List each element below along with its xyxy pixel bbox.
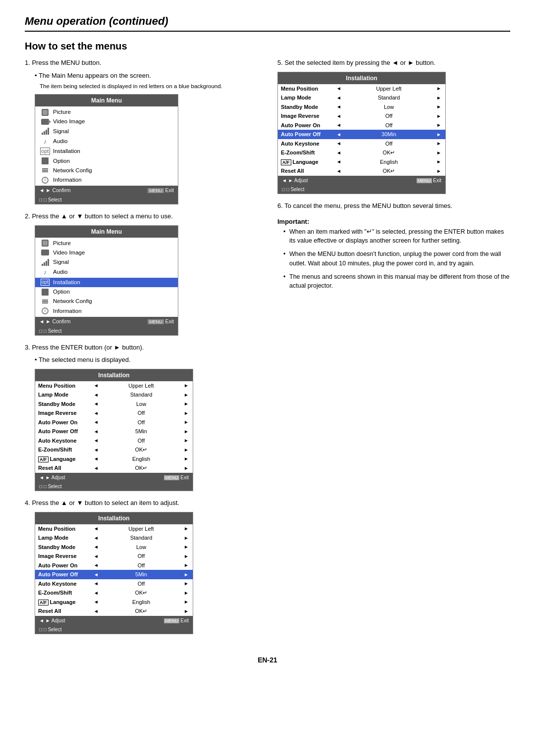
page-title: Menu operation (continued) [25,15,510,32]
menu-item-label: Network Config [51,166,174,175]
menu-item-label: Installation [51,147,174,155]
install-menu-3-title: Installation [35,369,193,381]
left-arrow-icon: ◄ [335,158,342,165]
left-arrow-icon: ◄ [93,589,100,597]
network-icon [39,168,51,172]
section-title: How to set the menus [25,41,510,52]
install-menu-4-title: Installation [35,512,193,524]
right-arrow-icon: ► [435,158,442,165]
right-arrow-icon: ► [183,598,190,605]
install-menu-5: Installation Menu Position ◄ Upper Left … [277,72,446,195]
left-arrow-icon: ◄ [93,534,100,542]
right-arrow-icon: ► [183,525,190,532]
right-arrow-icon: ► [183,400,190,407]
right-arrow-icon: ► [183,446,190,454]
install-menu-4: Installation Menu Position ◄ Upper Left … [35,512,193,635]
list-item: Menu Position ◄ Upper Left ► [35,381,193,391]
row-value: 5Min [100,427,183,436]
menu-item-label: Option [51,288,174,296]
row-value: Low [100,400,183,408]
list-item: E-Zoom/Shift ◄ OK↵ ► [35,445,193,454]
install-menu-5-footer2: □ □ Select [278,185,445,194]
list-item: Standby Mode ◄ Low ► [278,102,445,112]
menu-item-label: Video Image [51,249,174,257]
list-item: Auto Keystone ◄ Off ► [35,579,193,589]
step-1: 1. Press the MENU button. • The Main Men… [25,58,263,204]
footer-exit: MENU Exit [417,177,441,185]
left-arrow-icon: ◄ [93,400,100,407]
signal-icon [39,259,51,266]
row-label: Auto Keystone [38,437,93,445]
menu-item-label: Option [51,157,174,165]
menu-item-label: Video Image [51,117,174,126]
right-arrow-icon: ► [183,553,190,560]
main-menu-2-title: Main Menu [35,226,178,238]
list-item: Option [35,156,178,166]
left-arrow-icon: ◄ [93,409,100,417]
important-label: Important: [277,218,510,225]
list-item: Menu Position ◄ Upper Left ► [35,524,193,534]
install-icon: opt [39,148,51,155]
row-label: Standby Mode [38,400,93,408]
left-arrow-icon: ◄ [93,391,100,399]
footer-exit: MENU Exit [164,474,189,482]
row-label: Lamp Mode [281,94,335,102]
menu-item-label: Network Config [51,297,174,305]
left-arrow-icon: ◄ [335,149,342,156]
row-value: Standard [100,391,183,399]
row-value: Off [100,561,183,570]
install-menu-4-body: Menu Position ◄ Upper Left ► Lamp Mode ◄… [35,524,193,616]
list-item: Auto Power On ◄ Off ► [35,418,193,427]
row-label: Image Reverse [281,112,335,120]
row-value: English [100,455,183,463]
list-item: Auto Power Off ◄ 5Min ► [35,570,193,579]
list-item: Image Reverse ◄ Off ► [35,552,193,561]
row-label: Reset All [281,167,335,175]
row-label: Image Reverse [38,409,93,417]
right-arrow-icon: ► [183,561,190,569]
main-menu-2: Main Menu Picture Video Image Signal [35,225,178,336]
row-label: Auto Power Off [281,130,335,139]
right-arrow-icon: ► [183,464,190,472]
important-bullet-2: When the MENU button doesn't function, u… [283,250,510,268]
row-value: OK↵ [342,149,435,157]
row-label: A/F Language [281,158,335,166]
important-section: Important: When an item marked with "↵" … [277,218,510,291]
row-value: English [100,598,183,606]
list-item: Auto Power Off ◄ 30Min ► [278,130,445,139]
install-menu-3-footer: ◄ ► Adjust MENU Exit [35,473,193,483]
right-arrow-icon: ► [183,391,190,399]
right-arrow-icon: ► [435,85,442,92]
main-menu-1-title: Main Menu [35,95,178,106]
audio-icon: ♪ [39,267,51,277]
row-label: E-Zoom/Shift [281,149,335,157]
row-value: Upper Left [100,525,183,533]
install-menu-5-footer: ◄ ► Adjust MENU Exit [278,176,445,186]
list-item: Picture [35,107,178,117]
list-item: opt Installation [35,147,178,156]
menu-item-label: Signal [51,258,174,266]
right-arrow-icon: ► [435,140,442,147]
right-arrow-icon: ► [183,571,190,578]
list-item: ♪ Audio [35,267,178,278]
step-3-text: 3. Press the ENTER button (or ► button). [25,343,263,353]
camera-icon [39,109,51,116]
footer-exit: MENU Exit [148,187,174,195]
videocam-icon [39,119,51,125]
page-container: Menu operation (continued) How to set th… [25,15,510,664]
left-arrow-icon: ◄ [93,543,100,551]
right-arrow-icon: ► [183,534,190,542]
step-6: 6. To cancel the menu, press the MENU bu… [277,201,510,211]
row-label: Auto Power On [38,418,93,427]
footer-exit: MENU Exit [148,318,174,326]
list-item: ♪ Audio [35,136,178,147]
row-label: Auto Keystone [281,140,335,148]
list-item: Menu Position ◄ Upper Left ► [278,84,445,94]
list-item: Lamp Mode ◄ Standard ► [35,533,193,543]
step-2-text: 2. Press the ▲ or ▼ button to select a m… [25,211,263,221]
left-arrow-icon: ◄ [93,437,100,444]
row-label: Lamp Mode [38,534,93,542]
videocam-icon [39,250,51,255]
menu-item-label: Picture [51,108,174,116]
menu-item-label: Picture [51,239,174,248]
